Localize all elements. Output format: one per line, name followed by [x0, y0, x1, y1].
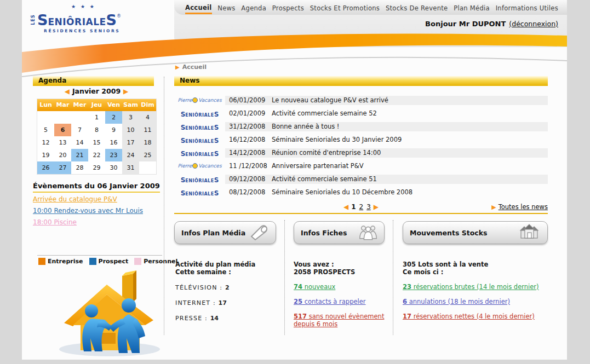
calendar-day-28[interactable]: 28 [71, 161, 88, 174]
pierre-vacances-logo: PierreVacances [174, 97, 225, 103]
event-link-18-00-piscine[interactable]: 18:00 Piscine [33, 218, 164, 226]
panel-body-fiches: Vous avez :2058 PROSPECTS 74 nouveaux25 … [294, 261, 399, 328]
calendar-day-23[interactable]: 23 [105, 149, 122, 161]
news-row[interactable]: PierreVacances11 /12/2008Anniversaire pa… [174, 159, 548, 172]
registered-mark: ® [117, 14, 121, 19]
fiches-link-contacts-rappeler[interactable]: 25 contacts à rappeler [294, 298, 399, 305]
stocks-link-annulations-18-le-mois-dernier[interactable]: 6 annulations (18 le mois dernier) [403, 298, 552, 305]
senioriales-logo: SENIÔRIALES [174, 148, 225, 158]
legend-swatch-personnel [134, 258, 141, 265]
event-link-arriv-e-du-catalogue-p-v[interactable]: Arrivée du catalogue P&V [33, 195, 164, 203]
all-news-link[interactable]: Toutes les news [499, 203, 548, 211]
stocks-link-r-servations-nettes-4-le-mois-[interactable]: 17 réservations nettes (4 le mois dernie… [403, 313, 552, 320]
calendar-day-29[interactable]: 29 [88, 161, 105, 174]
calendar-day-31[interactable]: 31 [122, 161, 139, 174]
news-title-text: Séminaire Senioriales du 30 Janvier 2009 [272, 136, 402, 143]
pagination-page-2[interactable]: 2 [359, 203, 364, 211]
calendar-day-13[interactable]: 13 [54, 136, 71, 149]
legend-item-personnel: Personnel [134, 258, 177, 265]
calendar-day-17[interactable]: 17 [122, 136, 139, 149]
calendar-day-headers: LunMarMerJeuVenSamDim [37, 99, 156, 111]
calendar-day-11[interactable]: 11 [139, 124, 156, 136]
panel-body-plan-media: Activité du plan médiaCette semaine : TÉ… [175, 261, 280, 322]
calendar-week: 262728293031 [37, 161, 156, 174]
calendar-day-1[interactable]: 1 [88, 111, 105, 124]
nav-item-accueil[interactable]: Accueil [185, 1, 212, 14]
calendar-day-21[interactable]: 21 [71, 149, 88, 161]
link-number: 25 [294, 298, 302, 305]
calendar-day-30[interactable]: 30 [105, 161, 122, 174]
pagination-page-3[interactable]: 3 [366, 203, 371, 211]
all-news: ▶Toutes les news [491, 203, 548, 211]
legend-label: Entreprise [48, 258, 83, 265]
calendar-day-15[interactable]: 15 [88, 136, 105, 149]
logout-link[interactable]: (déconnexion) [509, 20, 558, 28]
calendar-day-12[interactable]: 12 [37, 136, 54, 149]
news-row[interactable]: SENIÔRIALES08/12/2008Séminaire Seniorial… [174, 186, 548, 199]
calendar-day-18[interactable]: 18 [139, 136, 156, 149]
nav-item-informations-utiles[interactable]: Informations Utiles [496, 2, 558, 13]
calendar-day-10[interactable]: 10 [122, 124, 139, 136]
prev-month-icon[interactable]: ◀ [62, 88, 72, 95]
nav-item-prospects[interactable]: Prospects [272, 2, 304, 13]
calendar-day-5[interactable]: 5 [37, 124, 54, 136]
calendar-week: 12131415161718 [37, 136, 156, 149]
nav-item-stocks-de-revente[interactable]: Stocks De Revente [386, 2, 448, 13]
legend-item-entreprise: Entreprise [38, 258, 83, 265]
calendar-grid: 1234567891011121314151617181920212223242… [37, 111, 156, 174]
calendar-day-27[interactable]: 27 [54, 161, 71, 174]
stat-value: 2 [225, 284, 230, 291]
brand-logo[interactable]: ★ ★ ★ LESSENIÔRIALES® RÉSIDENCES SENIORS [30, 4, 139, 33]
media-intro: Activité du plan médiaCette semaine : [175, 261, 280, 276]
calendar-day-20[interactable]: 20 [54, 149, 71, 161]
news-row[interactable]: SENIÔRIALES16/12/2008Séminaire Seniorial… [174, 133, 548, 146]
nav-item-stocks-et-promotions[interactable]: Stocks Et Promotions [310, 2, 380, 13]
pagination-prev-icon[interactable]: ◀ [343, 203, 348, 211]
news-row[interactable]: PierreVacances06/01/2009Le nouveau catal… [174, 94, 548, 107]
calendar-day-8[interactable]: 8 [88, 124, 105, 136]
nav-item-news[interactable]: News [217, 2, 235, 13]
link-number: 23 [403, 283, 411, 291]
calendar-day-24[interactable]: 24 [122, 149, 139, 161]
news-row[interactable]: SENIÔRIALES14/12/2008Réunion comité d'en… [174, 146, 548, 159]
news-title-text: Bonne année à tous ! [272, 123, 339, 130]
pagination-next-icon[interactable]: ▶ [374, 203, 379, 211]
panel-header-fiches[interactable]: Infos Fiches [294, 221, 385, 244]
news-rows: PierreVacances06/01/2009Le nouveau catal… [174, 94, 548, 199]
news-row[interactable]: SENIÔRIALES02/01/2009Activité commercial… [174, 107, 548, 120]
calendar-day-7[interactable]: 7 [71, 124, 88, 136]
senioriales-wordmark: SENIÔRIALES [181, 148, 219, 158]
panel-separator-1 [284, 220, 285, 335]
news-row-band: 02/01/2009Activité commerciale semaine 5… [225, 109, 548, 118]
intro-line: Cette semaine : [175, 268, 280, 276]
senioriales-wordmark: SENIÔRIALES [181, 108, 219, 119]
news-row[interactable]: SENIÔRIALES09/12/2008Activité commercial… [174, 172, 548, 186]
calendar-day-2[interactable]: 2 [105, 111, 122, 124]
calendar-day-3[interactable]: 3 [122, 111, 139, 124]
calendar-day-22[interactable]: 22 [88, 149, 105, 161]
handshake-house-illustration [52, 268, 167, 359]
nav-item-agenda[interactable]: Agenda [241, 2, 266, 13]
pierre-vacances-logo: PierreVacances [174, 163, 225, 169]
calendar-day-19[interactable]: 19 [37, 149, 54, 161]
calendar-day-26[interactable]: 26 [37, 161, 54, 174]
next-month-icon[interactable]: ▶ [121, 88, 131, 95]
calendar-day-25[interactable]: 25 [139, 149, 156, 161]
calendar-day-14[interactable]: 14 [71, 136, 88, 149]
panel-header-plan-media[interactable]: Infos Plan Média [174, 221, 276, 244]
fiches-link-nouveaux[interactable]: 74 nouveaux [294, 283, 399, 291]
calendar-day-4[interactable]: 4 [139, 111, 156, 124]
news-row[interactable]: SENIÔRIALES31/12/2008Bonne année à tous … [174, 120, 548, 133]
pv-text-pierre: Pierre [177, 163, 192, 169]
calendar-day-16[interactable]: 16 [105, 136, 122, 149]
calendar-day-9[interactable]: 9 [105, 124, 122, 136]
nav-item-plan-m-dia[interactable]: Plan Média [454, 2, 490, 13]
panel-header-stocks[interactable]: Mouvements Stocks [403, 221, 548, 244]
senioriales-wordmark: SENIÔRIALES [181, 174, 219, 184]
breadcrumb-accueil[interactable]: Accueil [182, 63, 207, 71]
event-link-10-00-rendez-vous-avec-mr-louis[interactable]: 10:00 Rendez-vous avec Mr Louis [33, 207, 164, 215]
fiches-link-sans-nouvel-v-nement-depuis-6-[interactable]: 517 sans nouvel évènement depuis 6 mois [294, 313, 399, 328]
stocks-link-r-servations-brutes-14-le-mois[interactable]: 23 réservations brutes (14 le mois derni… [403, 283, 552, 291]
logo-stars: ★ ★ ★ [30, 4, 139, 9]
calendar-day-6[interactable]: 6 [54, 124, 71, 136]
